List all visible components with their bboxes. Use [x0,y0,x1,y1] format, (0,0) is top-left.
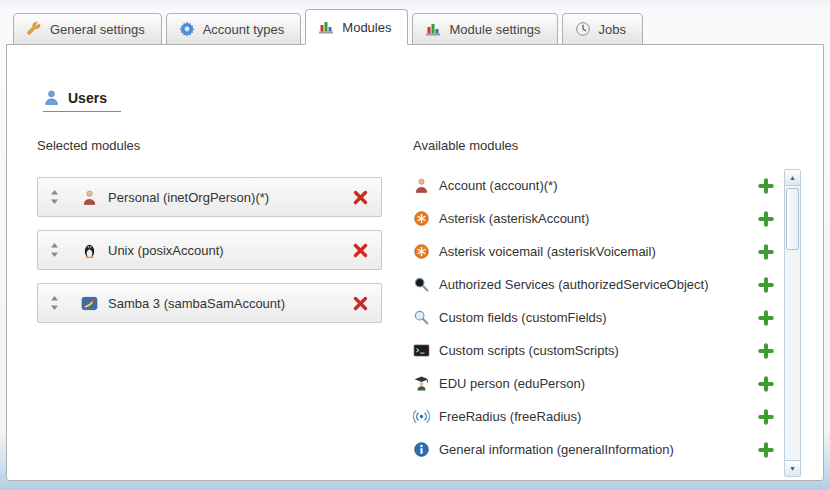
person-icon [413,177,430,194]
magnifier-icon [413,276,430,293]
gear-icon [179,21,195,37]
drag-handle-icon[interactable] [50,243,59,257]
available-module-row: FreeRadius (freeRadius) [413,400,774,433]
available-module-row: Authorized Services (authorizedServiceOb… [413,268,774,301]
delete-icon[interactable] [352,295,369,312]
module-label: EDU person (eduPerson) [439,376,585,391]
scrollbar-thumb[interactable] [786,188,799,250]
module-label: Unix (posixAccount) [108,243,224,258]
selected-module-row[interactable]: Unix (posixAccount) [37,230,382,270]
tab-general-settings[interactable]: General settings [13,13,162,45]
selected-modules-heading: Selected modules [37,138,399,153]
module-label: FreeRadius (freeRadius) [439,409,581,424]
add-icon[interactable] [758,211,774,227]
module-label: Authorized Services (authorizedServiceOb… [439,277,709,292]
selected-module-row[interactable]: Samba 3 (sambaSamAccount) [37,283,382,323]
add-icon[interactable] [758,178,774,194]
page-title: Users [68,90,107,106]
add-icon[interactable] [758,277,774,293]
module-label: Custom scripts (customScripts) [439,343,619,358]
chart-icon [425,21,441,37]
module-label: Custom fields (customFields) [439,310,607,325]
available-module-row: Custom fields (customFields) [413,301,774,334]
clock-icon [575,21,591,37]
tab-label: Module settings [449,22,540,37]
available-modules-heading: Available modules [413,138,801,153]
user-icon [43,89,60,106]
drag-handle-icon[interactable] [50,190,59,204]
add-icon[interactable] [758,376,774,392]
tab-bar: General settings Account types Modules M… [0,0,830,44]
add-icon[interactable] [758,310,774,326]
graduate-icon [413,375,430,392]
available-modules-list: Account (account)(*) Asterisk (asteriskA… [413,169,774,477]
magnifier-icon [413,309,430,326]
tab-account-types[interactable]: Account types [166,13,302,45]
module-label: Personal (inetOrgPerson)(*) [108,190,269,205]
add-icon[interactable] [758,343,774,359]
available-module-row: General information (generalInformation) [413,433,774,466]
add-icon[interactable] [758,244,774,260]
radio-icon [413,408,430,425]
module-label: Asterisk (asteriskAccount) [439,211,589,226]
scrollbar-down-arrow-icon[interactable]: ▼ [785,460,800,476]
asterisk-icon [413,243,430,260]
scrollbar-up-arrow-icon[interactable]: ▲ [785,170,800,186]
available-module-row: Custom scripts (customScripts) [413,334,774,367]
add-icon[interactable] [758,409,774,425]
tab-label: General settings [50,22,145,37]
penguin-icon [81,242,98,259]
add-icon[interactable] [758,442,774,458]
content-panel: Users Selected modules Personal (inetOrg… [6,44,824,481]
delete-icon[interactable] [352,242,369,259]
delete-icon[interactable] [352,189,369,206]
tab-modules[interactable]: Modules [305,9,408,45]
available-module-row: Asterisk (asteriskAccount) [413,202,774,235]
drag-handle-icon[interactable] [50,296,59,310]
person-icon [81,189,98,206]
module-label: Account (account)(*) [439,178,558,193]
samba-icon [81,295,98,312]
available-module-row: Asterisk voicemail (asteriskVoicemail) [413,235,774,268]
available-modules-column: Available modules Account (account)(*) [413,138,801,477]
tab-module-settings[interactable]: Module settings [412,13,557,45]
selected-module-row[interactable]: Personal (inetOrgPerson)(*) [37,177,382,217]
selected-modules-list: Personal (inetOrgPerson)(*) Unix (posixA… [37,177,399,323]
tab-jobs[interactable]: Jobs [562,13,643,45]
available-module-row: Account (account)(*) [413,169,774,202]
asterisk-icon [413,210,430,227]
available-module-row: EDU person (eduPerson) [413,367,774,400]
wrench-icon [26,21,42,37]
tab-label: Jobs [599,22,626,37]
module-label: General information (generalInformation) [439,442,674,457]
selected-modules-column: Selected modules Personal (inetOrgPerson… [37,138,399,477]
tab-label: Account types [203,22,285,37]
info-icon [413,441,430,458]
module-label: Samba 3 (sambaSamAccount) [108,296,285,311]
chart-icon [318,19,334,35]
terminal-icon [413,342,430,359]
module-label: Asterisk voicemail (asteriskVoicemail) [439,244,656,259]
scrollbar[interactable]: ▲ ▼ [784,169,801,477]
tab-label: Modules [342,20,391,35]
account-type-heading: Users [43,89,121,112]
